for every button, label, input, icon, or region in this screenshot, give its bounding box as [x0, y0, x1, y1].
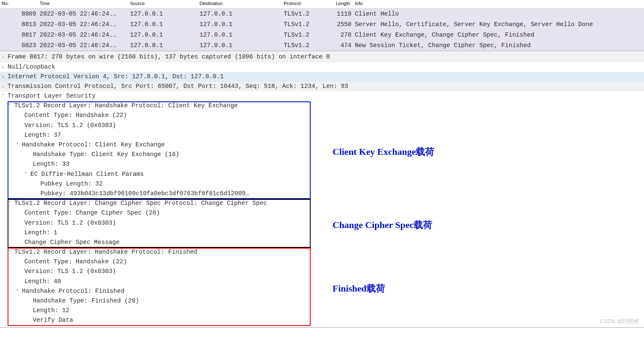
cell-time: 2022-03-05 22:46:24.… — [38, 30, 128, 40]
rec3-version[interactable]: Version: TLS 1.2 (0x0303) — [0, 267, 644, 276]
cell-src: 127.0.0.1 — [128, 8, 198, 19]
cell-info: Client Key Exchange, Change Cipher Spec,… — [353, 30, 644, 40]
cell-time: 2022-03-05 22:46:24.… — [38, 19, 128, 30]
chevron-down-icon[interactable]: ˅ — [2, 93, 8, 99]
cell-src: 127.0.0.1 — [128, 40, 198, 51]
detail-ip[interactable]: › Internet Protocol Version 4, Src: 127.… — [0, 72, 644, 82]
annotation-label-client-key-exchange: Client Key Exchange载荷 — [333, 144, 434, 159]
rec2-content-type[interactable]: Content Type: Change Cipher Spec (20) — [0, 208, 644, 218]
cell-info: Server Hello, Certificate, Server Key Ex… — [353, 19, 644, 30]
cell-dst: 127.0.0.1 — [198, 19, 282, 30]
packet-list-table[interactable]: No. Time Source Destination Protocol Len… — [0, 0, 644, 51]
chevron-down-icon[interactable]: ˅ — [8, 249, 14, 255]
rec1-ecdh[interactable]: ˅ EC Diffie-Hellman Client Params — [0, 170, 644, 179]
cell-len: 2550 — [334, 19, 353, 30]
chevron-down-icon[interactable]: ˅ — [16, 142, 22, 148]
annotation-label-change-cipher-spec: Change Cipher Spec载荷 — [333, 217, 432, 232]
chevron-down-icon[interactable]: ˅ — [8, 103, 14, 109]
tls-record-1[interactable]: ˅ TLSv1.2 Record Layer: Handshake Protoc… — [0, 101, 644, 111]
packet-row[interactable]: 88172022-03-05 22:46:24.…127.0.0.1127.0.… — [0, 30, 644, 40]
chevron-down-icon[interactable]: ˅ — [8, 201, 14, 207]
cell-src: 127.0.0.1 — [128, 19, 198, 30]
cell-no: 8809 — [0, 8, 38, 19]
cell-proto: TLSv1.2 — [282, 8, 334, 19]
detail-tls-text: Transport Layer Security — [8, 91, 96, 101]
detail-null-loopback-text: Null/Loopback — [8, 62, 55, 72]
cell-proto: TLSv1.2 — [282, 30, 334, 40]
tls-record-3-title: TLSv1.2 Record Layer: Handshake Protocol… — [14, 247, 197, 257]
detail-tcp[interactable]: › Transmission Control Protocol, Src Por… — [0, 82, 644, 91]
rec3-handshake[interactable]: ˅ Handshake Protocol: Finished — [0, 286, 644, 296]
annotation-label-finished: Finished载荷 — [333, 281, 385, 296]
col-protocol[interactable]: Protocol — [282, 0, 334, 8]
rec1-content-type[interactable]: Content Type: Handshake (22) — [0, 111, 644, 120]
col-destination[interactable]: Destination — [198, 0, 282, 8]
rec1-version[interactable]: Version: TLS 1.2 (0x0303) — [0, 121, 644, 130]
packet-row[interactable]: 88132022-03-05 22:46:24.…127.0.0.1127.0.… — [0, 19, 644, 30]
rec1-pubkey[interactable]: Pubkey: 493b043c13dbf96109c10fa0ebc3df07… — [0, 189, 644, 199]
detail-tcp-text: Transmission Control Protocol, Src Port:… — [8, 82, 348, 91]
cell-len: 1118 — [334, 8, 353, 19]
cell-src: 127.0.0.1 — [128, 30, 198, 40]
col-source[interactable]: Source — [128, 0, 198, 8]
col-length[interactable]: Length — [334, 0, 353, 8]
col-info[interactable]: Info — [353, 0, 644, 8]
cell-time: 2022-03-05 22:46:24.… — [38, 8, 128, 19]
cell-dst: 127.0.0.1 — [198, 30, 282, 40]
chevron-right-icon[interactable]: › — [2, 54, 8, 60]
cell-info: Client Hello — [353, 8, 644, 19]
rec1-handshake[interactable]: ˅ Handshake Protocol: Client Key Exchang… — [0, 140, 644, 150]
tls-record-1-title: TLSv1.2 Record Layer: Handshake Protocol… — [14, 101, 238, 111]
packet-details-pane[interactable]: › Frame 8817: 270 bytes on wire (2160 bi… — [0, 51, 644, 327]
rec1-pubkey-len[interactable]: Pubkey Length: 32 — [0, 179, 644, 189]
cell-no: 8817 — [0, 30, 38, 40]
detail-frame[interactable]: › Frame 8817: 270 bytes on wire (2160 bi… — [0, 52, 644, 62]
col-no[interactable]: No. — [0, 0, 38, 8]
cell-info: New Session Ticket, Change Cipher Spec, … — [353, 40, 644, 51]
detail-tls[interactable]: ˅ Transport Layer Security — [0, 91, 644, 101]
chevron-right-icon[interactable]: › — [2, 84, 8, 90]
rec1-hs-length[interactable]: Length: 33 — [0, 159, 644, 169]
tls-record-2[interactable]: ˅ TLSv1.2 Record Layer: Change Cipher Sp… — [0, 199, 644, 208]
chevron-right-icon[interactable]: › — [2, 74, 8, 80]
tls-record-2-title: TLSv1.2 Record Layer: Change Cipher Spec… — [14, 199, 267, 208]
detail-null-loopback[interactable]: › Null/Loopback — [0, 62, 644, 72]
chevron-down-icon[interactable]: ˅ — [24, 172, 30, 178]
packet-row[interactable]: 88232022-03-05 22:46:24.…127.0.0.1127.0.… — [0, 40, 644, 51]
cell-dst: 127.0.0.1 — [198, 8, 282, 19]
rec3-length[interactable]: Length: 40 — [0, 277, 644, 286]
detail-ip-text: Internet Protocol Version 4, Src: 127.0.… — [8, 72, 224, 82]
cell-len: 270 — [334, 30, 353, 40]
rec3-hs-type[interactable]: Handshake Type: Finished (20) — [0, 296, 644, 306]
cell-no: 8813 — [0, 19, 38, 30]
rec3-hs-length[interactable]: Length: 12 — [0, 306, 644, 315]
chevron-down-icon[interactable]: ˅ — [16, 289, 22, 294]
rec1-length[interactable]: Length: 37 — [0, 130, 644, 140]
col-time[interactable]: Time — [38, 0, 128, 8]
rec2-version[interactable]: Version: TLS 1.2 (0x0303) — [0, 218, 644, 228]
cell-proto: TLSv1.2 — [282, 19, 334, 30]
rec2-length[interactable]: Length: 1 — [0, 228, 644, 238]
tls-record-3[interactable]: ˅ TLSv1.2 Record Layer: Handshake Protoc… — [0, 247, 644, 257]
cell-len: 474 — [334, 40, 353, 51]
chevron-right-icon[interactable]: › — [2, 64, 8, 70]
rec3-verify-data[interactable]: Verify Data — [0, 315, 644, 325]
cell-no: 8823 — [0, 40, 38, 51]
rec3-content-type[interactable]: Content Type: Handshake (22) — [0, 257, 644, 267]
cell-dst: 127.0.0.1 — [198, 40, 282, 51]
packet-list-header[interactable]: No. Time Source Destination Protocol Len… — [0, 0, 644, 8]
rec2-msg[interactable]: Change Cipher Spec Message — [0, 238, 644, 247]
packet-row[interactable]: 88092022-03-05 22:46:24.…127.0.0.1127.0.… — [0, 8, 644, 19]
rec1-hs-type[interactable]: Handshake Type: Client Key Exchange (16) — [0, 150, 644, 159]
watermark: CSDN @叼陪鲤 — [600, 317, 639, 326]
cell-proto: TLSv1.2 — [282, 40, 334, 51]
cell-time: 2022-03-05 22:46:24.… — [38, 40, 128, 51]
detail-frame-text: Frame 8817: 270 bytes on wire (2160 bits… — [8, 52, 330, 62]
